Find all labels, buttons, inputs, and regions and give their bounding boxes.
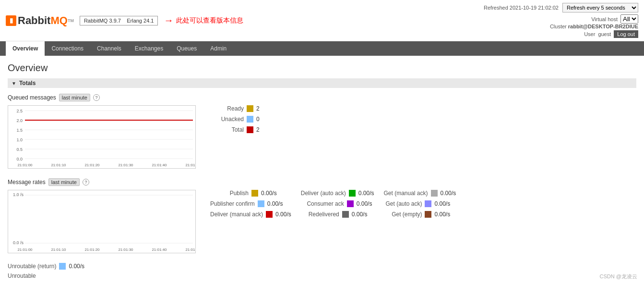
legend-unacked: Unacked 0 xyxy=(210,116,268,123)
legend-unacked-value: 0 xyxy=(256,116,260,123)
logo-area: ▮ RabbitMQTM RabbitMQ 3.9.7 Erlang 24.1 … xyxy=(6,14,243,27)
cluster-row: Cluster rabbit@DESKTOP-BR2DIUE xyxy=(484,24,638,29)
rate-get-empty-value: 0.00/s xyxy=(434,211,450,218)
rate-get-empty-label: Get (empty) xyxy=(383,211,422,218)
svg-text:21:01:40: 21:01:40 xyxy=(152,163,167,167)
svg-text:1.0 /s: 1.0 /s xyxy=(13,192,24,197)
message-rates-help[interactable]: ? xyxy=(83,179,89,186)
watermark: CSDN @龙凌云 xyxy=(600,273,637,280)
rates-col1: Publish 0.00/s Publisher confirm 0.00/s … xyxy=(210,190,291,218)
rate-redelivered-value: 0.00/s xyxy=(352,211,368,218)
vhost-row: Virtual host All xyxy=(484,14,638,24)
nav: Overview Connections Channels Exchanges … xyxy=(0,41,644,56)
user-row: User guest Log out xyxy=(484,30,638,38)
unroutable-section: Unroutable (return) 0.00/s Unroutable xyxy=(8,263,636,279)
svg-text:0.0 /s: 0.0 /s xyxy=(13,240,24,245)
version-erlang: Erlang 24.1 xyxy=(127,18,154,24)
page-title: Overview xyxy=(8,62,636,74)
rate-redelivered-color xyxy=(342,211,349,218)
tab-connections[interactable]: Connections xyxy=(45,41,90,56)
rate-publisher-confirm-label: Publisher confirm xyxy=(210,200,255,207)
rates-legend: Publish 0.00/s Publisher confirm 0.00/s … xyxy=(210,190,456,218)
rate-redelivered: Redelivered 0.00/s xyxy=(301,211,374,218)
rate-consumer-ack-label: Consumer ack xyxy=(301,200,344,207)
tab-queues[interactable]: Queues xyxy=(170,41,203,56)
rate-redelivered-label: Redelivered xyxy=(301,211,339,218)
rate-consumer-ack-value: 0.00/s xyxy=(357,200,372,207)
svg-text:21:01:10: 21:01:10 xyxy=(51,163,66,167)
queued-messages-help[interactable]: ? xyxy=(93,94,100,101)
refresh-row: Refreshed 2021-10-19 21:02:02 Refresh ev… xyxy=(484,3,638,12)
message-rates-chart: 1.0 /s 0.0 /s 21:01:00 21:01:10 21:01:20… xyxy=(8,190,196,253)
tab-admin[interactable]: Admin xyxy=(203,41,233,56)
rate-deliver-manual: Deliver (manual ack) 0.00/s xyxy=(210,211,291,218)
rate-deliver-manual-color xyxy=(266,211,273,218)
rate-publisher-confirm-color xyxy=(258,200,264,207)
rate-publisher-confirm: Publisher confirm 0.00/s xyxy=(210,200,291,207)
rate-deliver-auto-label: Deliver (auto ack) xyxy=(301,190,346,197)
logo-tm: TM xyxy=(68,18,74,23)
legend-ready-value: 2 xyxy=(256,105,260,112)
svg-text:0.5: 0.5 xyxy=(16,147,23,152)
tab-exchanges[interactable]: Exchanges xyxy=(128,41,170,56)
logo-rabbit: Rabbit xyxy=(18,14,50,27)
top-right: Refreshed 2021-10-19 21:02:02 Refresh ev… xyxy=(484,3,638,38)
svg-text:21:01:30: 21:01:30 xyxy=(118,163,133,167)
refresh-select[interactable]: Refresh every 5 seconds Refresh every 10… xyxy=(562,3,638,12)
rate-publish-label: Publish xyxy=(210,190,249,197)
svg-text:21:01:20: 21:01:20 xyxy=(84,248,100,252)
refreshed-label: Refreshed 2021-10-19 21:02:02 xyxy=(484,5,559,11)
svg-text:1.5: 1.5 xyxy=(16,128,23,133)
queued-messages-svg: 2.5 2.0 1.5 1.0 0.5 0.0 21:01: xyxy=(8,106,195,168)
legend-total: Total 2 xyxy=(210,126,268,133)
unroutable-return-value: 0.00/s xyxy=(69,263,84,270)
svg-text:21:01:00: 21:01:00 xyxy=(17,248,33,252)
queued-messages-legend: Ready 2 Unacked 0 Total 2 xyxy=(210,105,268,137)
legend-total-value: 2 xyxy=(256,126,260,133)
rate-get-auto-label: Get (auto ack) xyxy=(383,200,422,207)
annotation-arrow: → 此处可以查看版本信息 xyxy=(164,15,243,26)
legend-total-color xyxy=(247,126,253,133)
rate-publish: Publish 0.00/s xyxy=(210,190,291,197)
rate-consumer-ack: Consumer ack 0.00/s xyxy=(301,200,374,207)
queued-messages-chart-area: 2.5 2.0 1.5 1.0 0.5 0.0 21:01: xyxy=(8,105,636,169)
top-bar: ▮ RabbitMQTM RabbitMQ 3.9.7 Erlang 24.1 … xyxy=(0,0,644,41)
logout-button[interactable]: Log out xyxy=(614,30,638,38)
rate-publish-value: 0.00/s xyxy=(261,190,277,197)
tab-channels[interactable]: Channels xyxy=(90,41,128,56)
queued-messages-label: Queued messages xyxy=(8,94,56,101)
rate-get-auto: Get (auto ack) 0.00/s xyxy=(383,200,456,207)
message-rates-chart-area: 1.0 /s 0.0 /s 21:01:00 21:01:10 21:01:20… xyxy=(8,190,636,253)
svg-text:2.5: 2.5 xyxy=(16,109,23,113)
message-rates-section: Message rates last minute ? 1.0 /s 0.0 /… xyxy=(8,178,636,253)
message-rates-title: Message rates last minute ? xyxy=(8,178,636,186)
totals-section-header[interactable]: ▼ Totals xyxy=(8,78,636,88)
rate-publish-color xyxy=(251,190,258,197)
legend-unacked-color xyxy=(247,116,253,123)
svg-text:21:01:50: 21:01:50 xyxy=(185,248,195,252)
rate-get-manual-label: Get (manual ack) xyxy=(383,190,428,197)
rate-get-manual-value: 0.00/s xyxy=(441,190,456,197)
logo: ▮ RabbitMQTM xyxy=(6,14,74,27)
rate-deliver-auto-value: 0.00/s xyxy=(358,190,374,197)
version-box: RabbitMQ 3.9.7 Erlang 24.1 xyxy=(80,16,158,25)
legend-ready-label: Ready xyxy=(210,105,244,112)
unroutable-drop-item: Unroutable xyxy=(8,273,636,279)
user-value: guest xyxy=(598,31,611,37)
vhost-select[interactable]: All xyxy=(620,14,638,24)
legend-total-label: Total xyxy=(210,126,244,133)
tab-overview[interactable]: Overview xyxy=(6,41,45,56)
rate-deliver-manual-label: Deliver (manual ack) xyxy=(210,211,263,218)
totals-label: Totals xyxy=(19,80,36,87)
svg-text:0.0: 0.0 xyxy=(16,157,23,161)
vhost-label: Virtual host xyxy=(591,16,618,22)
rate-deliver-auto: Deliver (auto ack) 0.00/s xyxy=(301,190,374,197)
legend-ready-color xyxy=(247,105,253,112)
user-label: User xyxy=(584,31,595,37)
message-rates-label: Message rates xyxy=(8,179,46,186)
svg-text:21:01:10: 21:01:10 xyxy=(51,248,66,252)
queued-messages-title: Queued messages last minute ? xyxy=(8,94,636,101)
cluster-value: rabbit@DESKTOP-BR2DIUE xyxy=(568,24,638,29)
rates-col3: Get (manual ack) 0.00/s Get (auto ack) 0… xyxy=(383,190,456,218)
totals-arrow: ▼ xyxy=(12,81,16,86)
